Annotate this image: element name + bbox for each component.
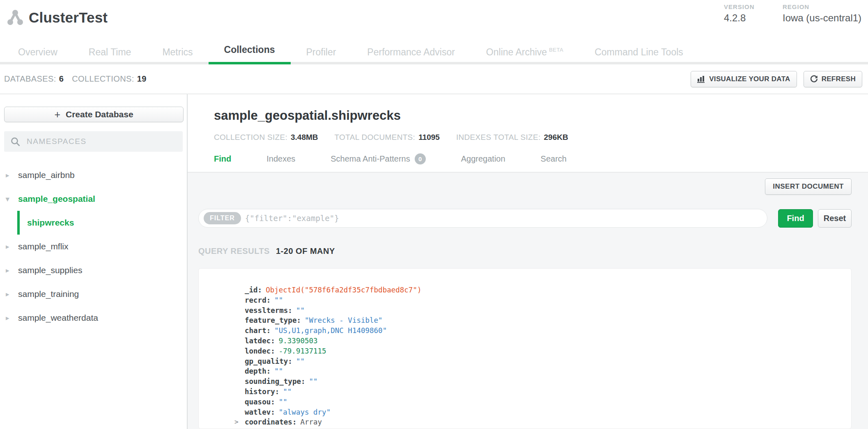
create-database-button[interactable]: + Create Database (4, 107, 184, 122)
region-block: REGION Iowa (us-central1) (783, 3, 861, 24)
tab-real-time[interactable]: Real Time (73, 47, 147, 64)
tab-overview[interactable]: Overview (2, 47, 73, 64)
subtab-count-badge: 0 (415, 153, 426, 164)
plus-icon: + (54, 109, 60, 121)
field-colon: : (266, 326, 271, 335)
document-field-depth: depth:"" (245, 366, 843, 377)
tab-performance-advisor[interactable]: Performance Advisor (351, 47, 470, 64)
field-value: 9.3390503 (279, 337, 318, 345)
caret-right-icon[interactable]: ▸ (6, 242, 18, 251)
sidebar-database-label: sample_airbnb (18, 170, 75, 180)
tab-collections[interactable]: Collections (209, 44, 291, 64)
stat-label: INDEXES TOTAL SIZE: (456, 133, 541, 141)
sidebar-item-sample-mflix[interactable]: ▸sample_mflix (0, 235, 187, 258)
tab-online-archive[interactable]: Online ArchiveBETA (471, 47, 579, 64)
collection-title: sample_geospatial.shipwrecks (214, 108, 852, 123)
sidebar-item-sample-geospatial[interactable]: ▾sample_geospatial (0, 187, 187, 211)
stat-collection-size: COLLECTION SIZE:3.48MB (214, 133, 318, 142)
sidebar-item-sample-training[interactable]: ▸sample_training (0, 282, 187, 306)
region-label: REGION (783, 3, 861, 10)
document-field-gp-quality: gp_quality:"" (245, 356, 843, 367)
sidebar-item-sample-supplies[interactable]: ▸sample_supplies (0, 258, 187, 282)
refresh-button[interactable]: REFRESH (804, 71, 862, 87)
stat-value: 3.48MB (291, 133, 318, 141)
sidebar-item-sample-weatherdata[interactable]: ▸sample_weatherdata (0, 306, 187, 330)
bar-chart-icon (697, 75, 705, 83)
reset-button[interactable]: Reset (818, 209, 852, 228)
document-field-recrd: recrd:"" (245, 295, 843, 306)
search-icon (11, 137, 20, 146)
tab-label: Online Archive (486, 47, 547, 57)
tab-metrics[interactable]: Metrics (147, 47, 208, 64)
field-key: history (245, 388, 275, 396)
subtab-find[interactable]: Find (214, 153, 231, 164)
tab-command-line-tools[interactable]: Command Line Tools (579, 47, 699, 64)
field-value: "Wrecks - Visible" (305, 316, 383, 324)
field-colon: : (271, 408, 275, 416)
find-button[interactable]: Find (778, 209, 813, 228)
subtab-aggregation[interactable]: Aggregation (461, 153, 505, 164)
caret-right-icon[interactable]: ▸ (6, 290, 18, 299)
version-value: 4.2.8 (724, 12, 755, 24)
query-results-label: QUERY RESULTS (198, 246, 270, 256)
sidebar-database-label: sample_training (18, 289, 79, 299)
tab-profiler[interactable]: Profiler (291, 47, 352, 64)
field-value: "" (274, 367, 283, 375)
stat-label: COLLECTION SIZE: (214, 133, 287, 141)
field-colon: : (271, 337, 275, 345)
field-value: "" (279, 398, 287, 406)
filter-input[interactable] (244, 213, 762, 223)
namespace-list: ▸sample_airbnb▾sample_geospatialshipwrec… (0, 163, 187, 330)
tab-label: Collections (224, 44, 275, 55)
version-label: VERSION (724, 3, 755, 10)
stat-total-documents: TOTAL DOCUMENTS:11095 (335, 133, 440, 142)
field-colon: : (266, 367, 271, 375)
subtab-label: Aggregation (461, 154, 505, 164)
sidebar-item-sample-airbnb[interactable]: ▸sample_airbnb (0, 163, 187, 187)
insert-document-button[interactable]: INSERT DOCUMENT (765, 178, 852, 195)
caret-right-icon[interactable]: ▸ (6, 314, 18, 322)
field-key: sounding_type (245, 377, 301, 386)
field-key: quasou (245, 398, 271, 406)
field-value: "" (274, 296, 283, 304)
filter-badge: FILTER (204, 212, 241, 224)
document-field-latdec: latdec:9.3390503 (245, 336, 843, 346)
field-colon: : (296, 316, 301, 324)
caret-right-icon[interactable]: ▸ (6, 171, 18, 180)
caret-right-icon[interactable]: ▸ (6, 266, 18, 275)
field-value: "US,U1,graph,DNC H1409860" (274, 326, 387, 335)
sidebar-database-label: sample_geospatial (18, 194, 95, 204)
document-card: _id:ObjectId("578f6fa2df35c7fbdbaed8c7")… (198, 268, 852, 429)
stat-label: TOTAL DOCUMENTS: (335, 133, 416, 141)
document-field-coordinates: >coordinates:Array (245, 417, 843, 427)
sidebar-item-shipwrecks[interactable]: shipwrecks (17, 211, 187, 235)
field-value: "" (296, 357, 305, 365)
document-field-londec: londec:-79.9137115 (245, 346, 843, 356)
namespaces-sidebar: + Create Database ▸sample_airbnb▾sample_… (0, 94, 188, 429)
atlas-logo-icon (6, 9, 25, 26)
visualize-your-data-button[interactable]: VISUALIZE YOUR DATA (691, 71, 797, 87)
subtab-search[interactable]: Search (541, 153, 567, 164)
caret-down-icon[interactable]: ▾ (6, 195, 18, 203)
databases-label: DATABASES: (4, 74, 56, 83)
collection-main: sample_geospatial.shipwrecks COLLECTION … (188, 94, 868, 429)
collection-header: sample_geospatial.shipwrecks COLLECTION … (188, 94, 868, 173)
subtab-label: Indexes (266, 154, 295, 164)
tab-label: Real Time (89, 47, 131, 57)
subtab-schema-anti-patterns[interactable]: Schema Anti-Patterns0 (331, 153, 425, 164)
database-collection-counts: DATABASES:6COLLECTIONS:19 (4, 74, 155, 84)
filter-row: FILTER Find Reset (198, 209, 852, 228)
version-block: VERSION 4.2.8 (724, 3, 755, 24)
tab-label: Command Line Tools (595, 47, 683, 57)
sidebar-database-label: sample_mflix (18, 242, 69, 251)
field-colon: : (301, 377, 305, 386)
namespaces-search[interactable] (4, 131, 183, 152)
stat-value: 11095 (418, 133, 440, 141)
field-key: latdec (245, 337, 271, 345)
expand-field-icon[interactable]: > (234, 417, 239, 427)
field-key: coordinates (245, 418, 292, 426)
subtab-indexes[interactable]: Indexes (266, 153, 295, 164)
field-colon: : (275, 388, 280, 396)
namespaces-search-input[interactable] (26, 137, 176, 146)
filter-box[interactable]: FILTER (198, 209, 767, 228)
